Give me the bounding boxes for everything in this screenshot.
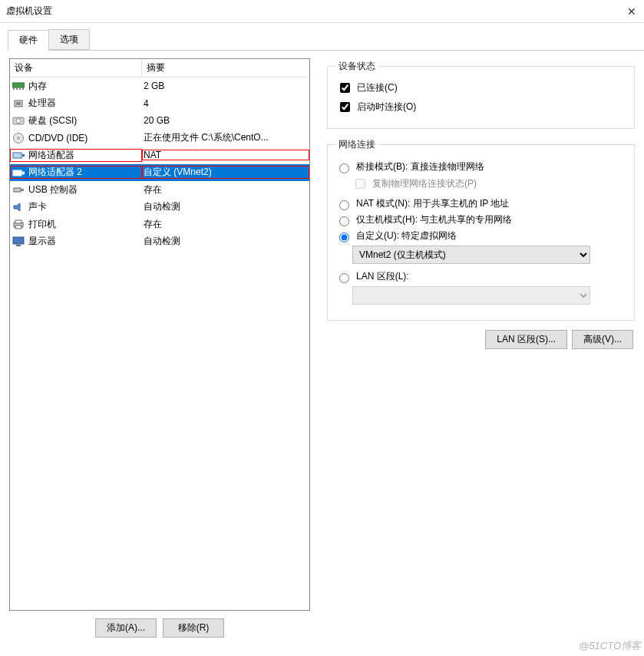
nat-radio[interactable]	[339, 200, 349, 210]
remove-button[interactable]: 移除(R)	[163, 618, 224, 638]
table-row-printer[interactable]: 打印机存在	[10, 216, 309, 233]
bridged-row[interactable]: 桥接模式(B): 直接连接物理网络	[335, 160, 626, 173]
svg-rect-14	[22, 172, 25, 174]
device-label: 内存	[28, 80, 47, 93]
usb-icon	[12, 183, 25, 196]
svg-rect-11	[13, 153, 21, 158]
svg-rect-21	[16, 245, 21, 246]
svg-rect-1	[13, 87, 15, 90]
svg-rect-4	[22, 87, 24, 90]
sound-icon	[12, 201, 25, 213]
device-label: 声卡	[28, 200, 47, 213]
device-label: 打印机	[28, 218, 56, 231]
add-button[interactable]: 添加(A)...	[95, 618, 157, 638]
svg-rect-3	[19, 87, 21, 90]
svg-rect-18	[15, 220, 21, 223]
net-icon	[12, 149, 25, 161]
lan-combo-row	[352, 286, 626, 305]
connected-label: 已连接(C)	[357, 81, 398, 94]
table-row-memory[interactable]: 内存2 GB	[10, 77, 309, 95]
connect-at-poweron-row[interactable]: 启动时连接(O)	[337, 100, 626, 114]
device-label: 硬盘 (SCSI)	[28, 114, 77, 127]
hostonly-radio[interactable]	[339, 216, 349, 226]
tab-hardware[interactable]: 硬件	[8, 30, 49, 51]
hostonly-label: 仅主机模式(H): 与主机共享的专用网络	[356, 213, 512, 226]
connected-row[interactable]: 已连接(C)	[337, 81, 626, 95]
left-pane: 设备 摘要 内存2 GB处理器4硬盘 (SCSI)20 GBCD/DVD (ID…	[9, 58, 310, 645]
tab-options[interactable]: 选项	[48, 29, 90, 50]
device-summary: 2 GB	[142, 81, 309, 91]
nat-label: NAT 模式(N): 用于共享主机的 IP 地址	[356, 197, 509, 210]
svg-rect-12	[22, 154, 25, 157]
lan-radio[interactable]	[339, 273, 349, 283]
advanced-button[interactable]: 高级(V)...	[572, 330, 633, 349]
printer-icon	[12, 218, 25, 230]
lan-label: LAN 区段(L):	[356, 270, 409, 283]
device-status-group: 设备状态 已连接(C) 启动时连接(O)	[327, 60, 635, 129]
table-row-hdd[interactable]: 硬盘 (SCSI)20 GB	[10, 112, 309, 130]
network-connection-group: 网络连接 桥接模式(B): 直接连接物理网络 复制物理网络连接状态(P) NAT…	[327, 138, 635, 321]
svg-rect-13	[13, 170, 21, 176]
bridged-label: 桥接模式(B): 直接连接物理网络	[356, 160, 484, 173]
col-header-summary[interactable]: 摘要	[142, 59, 309, 77]
svg-point-8	[16, 119, 21, 124]
bridged-radio[interactable]	[339, 163, 349, 173]
table-row-cpu[interactable]: 处理器4	[10, 95, 309, 113]
svg-rect-6	[16, 102, 21, 105]
device-table-body: 内存2 GB处理器4硬盘 (SCSI)20 GBCD/DVD (IDE)正在使用…	[10, 77, 309, 610]
col-header-device[interactable]: 设备	[10, 59, 142, 77]
connect-at-poweron-checkbox[interactable]	[340, 102, 350, 112]
custom-radio[interactable]	[339, 232, 349, 242]
device-summary: 自动检测	[142, 235, 309, 248]
lan-segment-combo	[352, 286, 590, 305]
svg-point-10	[18, 137, 20, 139]
window-title: 虚拟机设置	[6, 5, 52, 18]
nat-row[interactable]: NAT 模式(N): 用于共享主机的 IP 地址	[335, 197, 626, 210]
replicate-checkbox	[355, 179, 365, 189]
left-buttons: 添加(A)... 移除(R)	[9, 618, 310, 638]
hostonly-row[interactable]: 仅主机模式(H): 与主机共享的专用网络	[335, 213, 626, 226]
device-label: CD/DVD (IDE)	[28, 133, 88, 143]
svg-rect-16	[21, 189, 24, 191]
device-table-header: 设备 摘要	[10, 59, 309, 77]
device-summary: 存在	[142, 183, 309, 196]
connected-checkbox[interactable]	[340, 83, 350, 93]
connect-at-poweron-label: 启动时连接(O)	[357, 101, 416, 114]
replicate-row: 复制物理网络连接状态(P)	[352, 176, 626, 191]
lan-row[interactable]: LAN 区段(L):	[335, 270, 626, 283]
network-connection-legend: 网络连接	[335, 138, 378, 151]
device-label: USB 控制器	[28, 183, 78, 196]
svg-rect-15	[14, 188, 21, 192]
table-row-cd[interactable]: CD/DVD (IDE)正在使用文件 C:\系统\CentO...	[10, 130, 309, 147]
custom-combo-row: VMnet2 (仅主机模式)	[352, 246, 626, 264]
svg-rect-0	[12, 83, 25, 87]
replicate-label: 复制物理网络连接状态(P)	[372, 177, 477, 190]
device-summary: 自定义 (VMnet2)	[142, 166, 309, 179]
hdd-icon	[12, 114, 25, 127]
device-summary: 正在使用文件 C:\系统\CentO...	[142, 131, 309, 144]
right-pane: 设备状态 已连接(C) 启动时连接(O) 网络连接 桥接模式(B): 直接连接物…	[327, 58, 635, 645]
table-row-net2[interactable]: 网络适配器 2自定义 (VMnet2)	[10, 164, 309, 182]
title-bar: 虚拟机设置 ✕	[0, 0, 644, 23]
display-icon	[12, 236, 25, 248]
device-status-legend: 设备状态	[335, 60, 378, 73]
device-label: 网络适配器 2	[28, 166, 82, 179]
device-label: 显示器	[28, 235, 56, 248]
custom-label: 自定义(U): 特定虚拟网络	[356, 229, 457, 242]
table-row-sound[interactable]: 声卡自动检测	[10, 199, 309, 216]
memory-icon	[12, 80, 25, 92]
device-label: 网络适配器	[28, 149, 74, 162]
net-icon	[12, 166, 25, 179]
device-summary: NAT	[142, 150, 309, 160]
custom-vnet-combo[interactable]: VMnet2 (仅主机模式)	[352, 246, 590, 264]
table-row-net1[interactable]: 网络适配器NAT	[10, 147, 309, 164]
close-icon[interactable]: ✕	[623, 5, 641, 18]
lan-segments-button[interactable]: LAN 区段(S)...	[485, 330, 567, 349]
table-row-usb[interactable]: USB 控制器存在	[10, 181, 309, 199]
tabs: 硬件 选项	[8, 29, 644, 51]
custom-row[interactable]: 自定义(U): 特定虚拟网络	[335, 229, 626, 242]
table-row-display[interactable]: 显示器自动检测	[10, 233, 309, 251]
device-summary: 20 GB	[142, 115, 309, 126]
device-table: 设备 摘要 内存2 GB处理器4硬盘 (SCSI)20 GBCD/DVD (ID…	[9, 58, 310, 611]
device-label: 处理器	[28, 97, 56, 110]
